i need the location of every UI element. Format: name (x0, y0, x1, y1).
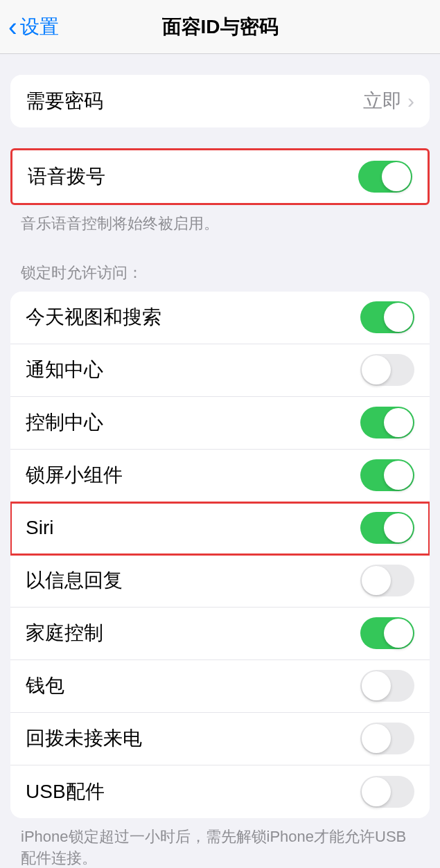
lock-item-label: 锁屏小组件 (26, 462, 123, 488)
lock-item-label: 家庭控制 (26, 620, 103, 646)
lock-item-row: 锁屏小组件 (10, 450, 430, 502)
lock-item-row: 以信息回复 (10, 555, 430, 608)
require-passcode-label: 需要密码 (26, 88, 103, 114)
lock-section-header: 锁定时允许访问： (0, 235, 440, 292)
lock-item-label: 以信息回复 (26, 567, 123, 594)
lock-item-toggle[interactable] (360, 565, 414, 596)
voice-dial-label: 语音拨号 (28, 163, 105, 190)
toggle-knob (382, 162, 411, 191)
lock-access-group: 今天视图和搜索通知中心控制中心锁屏小组件Siri以信息回复家庭控制钱包回拨未接来… (10, 292, 430, 818)
lock-item-toggle[interactable] (360, 407, 414, 439)
voice-dial-toggle[interactable] (358, 161, 412, 193)
toggle-knob (362, 777, 391, 806)
toggle-knob (384, 408, 413, 437)
lock-item-toggle[interactable] (360, 670, 414, 702)
chevron-right-icon: › (407, 89, 414, 113)
toggle-knob (362, 724, 391, 753)
back-button[interactable]: ‹ 设置 (0, 14, 59, 40)
lock-item-label: USB配件 (26, 779, 105, 805)
lock-item-label: Siri (26, 517, 53, 539)
lock-item-toggle[interactable] (360, 723, 414, 754)
chevron-left-icon: ‹ (8, 14, 17, 40)
lock-item-row: 控制中心 (10, 397, 430, 450)
voice-dial-group: 语音拨号 (10, 148, 430, 205)
voice-dial-row: 语音拨号 (12, 150, 428, 203)
passcode-group: 需要密码 立即 › (10, 75, 430, 127)
lock-item-toggle[interactable] (360, 617, 414, 649)
lock-item-label: 今天视图和搜索 (26, 304, 161, 330)
page-title: 面容ID与密码 (162, 14, 279, 40)
lock-item-label: 通知中心 (26, 357, 103, 383)
lock-item-toggle[interactable] (360, 459, 414, 491)
lock-item-row: 今天视图和搜索 (10, 292, 430, 344)
toggle-knob (384, 461, 413, 490)
lock-item-row: Siri (10, 502, 430, 555)
lock-item-toggle[interactable] (360, 776, 414, 808)
toggle-knob (384, 619, 413, 648)
toggle-knob (384, 303, 413, 332)
lock-item-row: 回拨未接来电 (10, 713, 430, 765)
lock-item-row: USB配件 (10, 765, 430, 818)
voice-dial-footer: 音乐语音控制将始终被启用。 (0, 205, 440, 235)
header: ‹ 设置 面容ID与密码 (0, 0, 440, 54)
lock-item-label: 钱包 (26, 673, 64, 699)
lock-item-toggle[interactable] (360, 301, 414, 333)
require-passcode-row[interactable]: 需要密码 立即 › (10, 75, 430, 127)
back-label: 设置 (20, 14, 59, 40)
toggle-knob (362, 355, 391, 384)
lock-item-row: 钱包 (10, 660, 430, 713)
toggle-knob (362, 566, 391, 595)
lock-item-toggle[interactable] (360, 354, 414, 386)
lock-item-row: 通知中心 (10, 344, 430, 397)
toggle-knob (384, 513, 413, 542)
lock-item-label: 控制中心 (26, 409, 103, 436)
lock-item-label: 回拨未接来电 (26, 725, 142, 752)
lock-item-row: 家庭控制 (10, 608, 430, 660)
toggle-knob (362, 671, 391, 700)
lock-item-toggle[interactable] (360, 512, 414, 544)
require-passcode-value: 立即 (363, 88, 402, 114)
lock-section-footer: iPhone锁定超过一小时后，需先解锁iPhone才能允许USB配件连接。 (0, 818, 440, 868)
